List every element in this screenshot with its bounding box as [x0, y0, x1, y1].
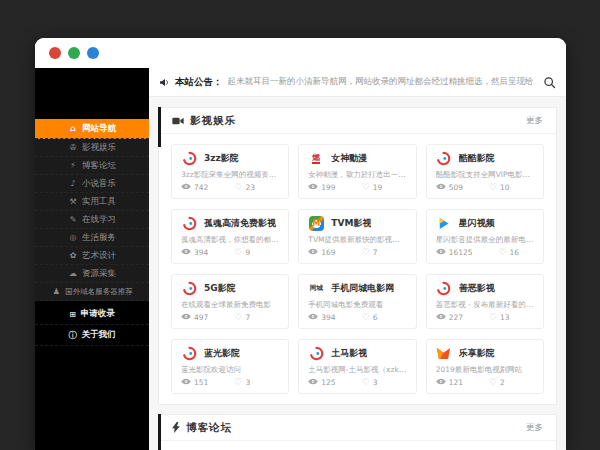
heart-icon: ♡ — [362, 248, 370, 257]
sidebar-item-3[interactable]: ⚡博客论坛 — [35, 157, 149, 175]
views-count: 394 — [194, 248, 208, 257]
sidebar-item-label: 小说音乐 — [82, 178, 116, 190]
likes-count: 7 — [373, 248, 378, 257]
sidebar-nav: ⌂网站导航✇影视娱乐⚡博客论坛♪小说音乐⚒实用工具✎在线学习◎生活服务✿艺术设计… — [35, 119, 149, 301]
sidebar-item-7[interactable]: ◎生活服务 — [35, 229, 149, 247]
card-title-row: 3zz影院 — [181, 151, 279, 166]
site-card[interactable]: 善恶影视善恶影视 - 发布最新好看的电影和...227♡13 — [426, 274, 544, 329]
card-title-row: 同城手机同城电影网 — [308, 281, 406, 296]
heart-icon: ♡ — [489, 183, 497, 192]
card-title-row: 星闪视频 — [436, 216, 534, 231]
search-icon[interactable] — [543, 76, 556, 89]
likes-count: 3 — [245, 378, 250, 387]
sidebar-footer-nav: ⊞申请收录ⓘ关于我们 — [35, 301, 149, 450]
megaphone-icon — [159, 73, 170, 92]
card-stats: 394♡6 — [308, 313, 406, 322]
card-title: 土马影视 — [331, 347, 367, 360]
likes-stat: ♡23 — [234, 183, 255, 192]
minimize-button[interactable] — [68, 47, 80, 59]
eye-icon — [181, 378, 191, 387]
home-icon: ⌂ — [68, 124, 78, 133]
video-camera-icon — [172, 111, 184, 130]
card-stats: 121♡2 — [436, 378, 534, 387]
site-card[interactable]: 土马影视土马影视网-土马影视（xzkanpian...125♡3 — [298, 339, 416, 394]
design-icon: ✿ — [68, 251, 78, 260]
views-stat: 125 — [308, 378, 335, 387]
site-card[interactable]: 同城手机同城电影网手机同城电影免费观看394♡6 — [298, 274, 416, 329]
badge-red-logo-text: 燃 — [312, 153, 320, 164]
card-stats: 394♡9 — [181, 248, 279, 257]
sidebar-item-6[interactable]: ✎在线学习 — [35, 211, 149, 229]
sidebar-item-2[interactable]: ✇影视娱乐 — [35, 139, 149, 157]
eye-icon — [308, 183, 318, 192]
sidebar-item-label: 博客论坛 — [82, 160, 116, 172]
heart-icon: ♡ — [362, 313, 370, 322]
section-title: 博客论坛 — [186, 421, 232, 435]
likes-count: 19 — [373, 183, 383, 192]
sidebar-item-5[interactable]: ⚒实用工具 — [35, 193, 149, 211]
sidebar-item-8[interactable]: ✿艺术设计 — [35, 247, 149, 265]
close-button[interactable] — [49, 47, 61, 59]
server-icon: ♟ — [51, 287, 61, 296]
card-title: 乐享影院 — [459, 347, 495, 360]
maximize-button[interactable] — [87, 47, 99, 59]
sidebar-item-10[interactable]: ♟国外域名服务器推荐 — [35, 283, 149, 301]
heart-icon: ♡ — [234, 183, 242, 192]
views-count: 169 — [321, 248, 335, 257]
eye-icon — [181, 313, 191, 322]
likes-count: 7 — [245, 313, 250, 322]
music-book-icon: ♪ — [68, 179, 78, 188]
site-card[interactable]: 燃女神動漫女神動漫，致力於打造出一個海外...199♡19 — [298, 144, 416, 199]
heart-icon: ♡ — [489, 378, 497, 387]
sidebar-item-label: 网站导航 — [82, 123, 116, 135]
cloud-red-logo — [181, 281, 197, 296]
site-card[interactable]: 3zz影院3zz影院采集全网的视频资源于一...742♡23 — [171, 144, 289, 199]
site-card[interactable]: MTVM影视TVM提供最新最快的影视资讯和在...169♡7 — [298, 209, 416, 264]
sidebar-item-1[interactable]: ⌂网站导航 — [35, 119, 149, 139]
views-count: 151 — [194, 378, 208, 387]
eye-icon — [436, 248, 446, 257]
lightning-icon — [172, 418, 180, 437]
sidebar-footer-item-2[interactable]: ⓘ关于我们 — [35, 325, 149, 346]
sidebar-item-label: 生活服务 — [82, 232, 116, 244]
eye-icon — [308, 248, 318, 257]
views-stat: 742 — [181, 183, 208, 192]
sidebar-item-9[interactable]: ☁资源采集 — [35, 265, 149, 283]
card-stats: 509♡10 — [436, 183, 534, 192]
heart-icon: ♡ — [489, 313, 497, 322]
card-stats: 16125♡16 — [436, 248, 534, 257]
card-description: 2019最新电影电视剧网站 — [436, 365, 534, 374]
tools-icon: ⚒ — [68, 197, 78, 206]
sections-container: 影视娱乐更多3zz影院3zz影院采集全网的视频资源于一...742♡23燃女神動… — [149, 97, 566, 450]
study-icon: ✎ — [68, 215, 78, 224]
section-header: 博客论坛更多 — [159, 415, 556, 441]
heart-icon: ♡ — [234, 248, 242, 257]
announcement-label: 本站公告： — [175, 76, 223, 89]
card-description: 酷酷影院支持全网VIP电影免费在... — [436, 170, 534, 179]
more-link[interactable]: 更多 — [526, 115, 543, 127]
views-count: 742 — [194, 183, 208, 192]
card-description: 孤魂高清影视，你想看的都在这里... — [181, 235, 279, 244]
info-icon: ⓘ — [69, 330, 77, 341]
cloud-red-logo — [308, 346, 324, 361]
site-card[interactable]: 乐享影院2019最新电影电视剧网站121♡2 — [426, 339, 544, 394]
more-link[interactable]: 更多 — [526, 422, 543, 434]
card-stats: 742♡23 — [181, 183, 279, 192]
fox-orange-logo — [436, 346, 452, 361]
sidebar-item-label: 国外域名服务器推荐 — [65, 287, 133, 297]
sidebar-footer-item-1[interactable]: ⊞申请收录 — [35, 304, 149, 325]
sidebar-item-4[interactable]: ♪小说音乐 — [35, 175, 149, 193]
site-card[interactable]: 孤魂高清免费影视孤魂高清影视，你想看的都在这里...394♡9 — [171, 209, 289, 264]
card-description: 在线观看全球最新免费电影 — [181, 300, 279, 309]
views-count: 497 — [194, 313, 208, 322]
site-card[interactable]: 5G影院在线观看全球最新免费电影497♡7 — [171, 274, 289, 329]
site-card[interactable]: 星闪视频星闪影音提供最全的最新电视剧、...16125♡16 — [426, 209, 544, 264]
card-title-row: 乐享影院 — [436, 346, 534, 361]
eye-icon — [436, 378, 446, 387]
tvm-logo: M — [308, 216, 324, 231]
views-stat: 199 — [308, 183, 335, 192]
card-stats: 227♡13 — [436, 313, 534, 322]
site-card[interactable]: 蓝光影院蓝光影院欢迎访问151♡3 — [171, 339, 289, 394]
site-card[interactable]: 酷酷影院酷酷影院支持全网VIP电影免费在...509♡10 — [426, 144, 544, 199]
eye-icon — [436, 183, 446, 192]
